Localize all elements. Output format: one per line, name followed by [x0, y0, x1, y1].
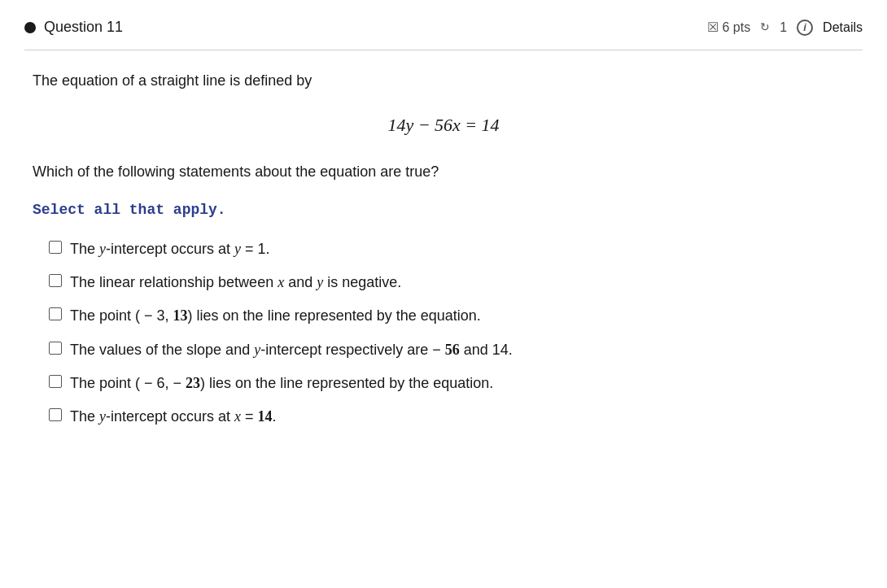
page-container: Question 11 ☒ 6 pts ↻ 1 i Details The eq…: [0, 0, 887, 588]
undo-icon: ↻: [760, 19, 770, 36]
option-item: The y-intercept occurs at x = 14.: [49, 407, 854, 427]
question-label: Question 11: [44, 16, 123, 38]
question-dot-icon: [24, 22, 36, 33]
attempts-value: 1: [780, 18, 787, 37]
checkmark-icon: ☒: [707, 18, 719, 37]
option-checkbox-2[interactable]: [49, 274, 62, 287]
question-header: Question 11 ☒ 6 pts ↻ 1 i Details: [24, 16, 863, 50]
option-text-2: The linear relationship between x and y …: [70, 272, 401, 293]
question-meta: ☒ 6 pts ↻ 1 i Details: [707, 18, 863, 37]
option-checkbox-4[interactable]: [49, 342, 62, 355]
equation-math: 14y − 56x = 14: [387, 115, 499, 135]
option-item: The point ( − 6, − 23) lies on the line …: [49, 373, 854, 394]
question-prompt: Which of the following statements about …: [33, 161, 854, 183]
equation-display: 14y − 56x = 14: [33, 111, 854, 138]
question-title: Question 11: [24, 16, 123, 38]
option-item: The point ( − 3, 13) lies on the line re…: [49, 306, 854, 326]
select-instruction: Select all that apply.: [33, 199, 854, 221]
option-checkbox-1[interactable]: [49, 241, 62, 254]
details-link[interactable]: Details: [823, 18, 863, 37]
option-text-4: The values of the slope and y-intercept …: [70, 340, 513, 360]
question-body: The equation of a straight line is defin…: [24, 70, 863, 427]
option-item: The values of the slope and y-intercept …: [49, 340, 854, 360]
option-item: The linear relationship between x and y …: [49, 272, 854, 293]
options-list: The y-intercept occurs at y = 1. The lin…: [33, 239, 854, 427]
option-checkbox-3[interactable]: [49, 307, 62, 320]
info-icon[interactable]: i: [797, 20, 813, 36]
points-display: ☒ 6 pts: [707, 18, 751, 37]
option-text-1: The y-intercept occurs at y = 1.: [70, 239, 270, 259]
option-text-5: The point ( − 6, − 23) lies on the line …: [70, 373, 493, 394]
option-text-6: The y-intercept occurs at x = 14.: [70, 407, 277, 427]
option-item: The y-intercept occurs at y = 1.: [49, 239, 854, 259]
intro-text: The equation of a straight line is defin…: [33, 70, 854, 92]
option-text-3: The point ( − 3, 13) lies on the line re…: [70, 306, 481, 326]
option-checkbox-6[interactable]: [49, 408, 62, 421]
points-value: 6 pts: [723, 18, 751, 37]
option-checkbox-5[interactable]: [49, 375, 62, 388]
